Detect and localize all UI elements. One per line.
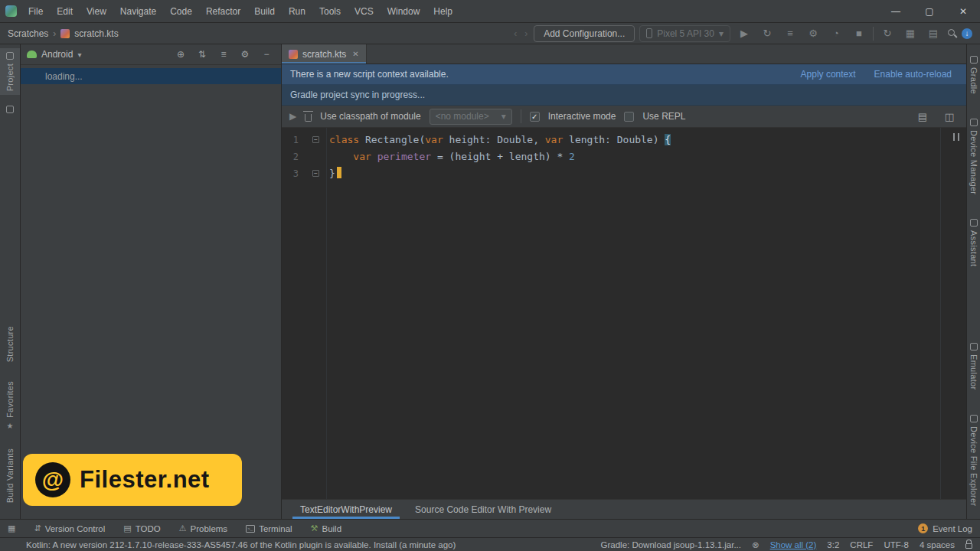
titlebar: File Edit View Navigate Code Refactor Bu… xyxy=(0,0,980,23)
fold-marker-icon[interactable]: − xyxy=(312,170,319,177)
code-line[interactable]: 3−} xyxy=(282,165,966,182)
menu-navigate[interactable]: Navigate xyxy=(113,0,163,23)
bottom-tool-bar: ▦ ⇵ Version Control ▤ TODO ⚠ Problems >_… xyxy=(0,519,980,537)
breadcrumb-scratches[interactable]: Scratches xyxy=(8,28,48,39)
run-icon[interactable]: ▶ xyxy=(735,28,753,39)
read-only-lock-icon[interactable] xyxy=(965,543,972,549)
clear-scratch-icon[interactable] xyxy=(305,114,312,122)
forward-icon[interactable]: › xyxy=(523,28,529,39)
inspections-widget-icon[interactable] xyxy=(953,133,959,141)
navigation-bar: Scratches › scratch.kts ‹ › Add Configur… xyxy=(0,23,980,44)
device-manager-icon[interactable]: ▦ xyxy=(901,28,920,39)
caret-position[interactable]: 3:2 xyxy=(827,540,839,549)
tool-button-terminal[interactable]: >_ Terminal xyxy=(246,524,292,533)
menu-refactor[interactable]: Refactor xyxy=(199,0,247,23)
tool-button-device-manager[interactable]: Device Manager xyxy=(967,115,980,198)
editor-tab-scratch-kts[interactable]: scratch.kts ✕ xyxy=(282,44,367,64)
emulator-icon xyxy=(970,343,978,350)
tool-button-favorites[interactable]: Favorites ★ xyxy=(0,377,20,434)
menu-file[interactable]: File xyxy=(21,0,50,23)
editor-layout-icon[interactable]: ▤ xyxy=(913,111,932,122)
hide-panel-icon[interactable]: − xyxy=(258,49,275,60)
tool-button-device-file-explorer[interactable]: Device File Explorer xyxy=(967,411,980,510)
enable-auto-reload-link[interactable]: Enable auto-reload xyxy=(874,69,952,80)
kotlin-plugin-message[interactable]: Kotlin: A new version 212-1.7.10-release… xyxy=(26,540,456,549)
menu-vcs[interactable]: VCS xyxy=(348,0,381,23)
tool-button-project[interactable]: Project xyxy=(0,48,20,95)
tab-source-code-editor-with-preview[interactable]: Source Code Editor With Preview xyxy=(407,500,559,519)
tab-close-icon[interactable]: ✕ xyxy=(352,50,358,58)
code-line[interactable]: 1−class Rectangle(var height: Double, va… xyxy=(282,132,966,148)
run-scratch-icon[interactable]: ▶ xyxy=(289,111,296,122)
encoding-indicator[interactable]: UTF-8 xyxy=(884,540,909,549)
sync-project-icon[interactable]: ↻ xyxy=(878,28,897,39)
menu-run[interactable]: Run xyxy=(282,0,312,23)
device-manager-stripe-icon xyxy=(970,119,978,126)
favorites-star-icon: ★ xyxy=(7,422,14,430)
menu-code[interactable]: Code xyxy=(163,0,199,23)
project-view-selector[interactable]: Android xyxy=(41,49,73,60)
menu-edit[interactable]: Edit xyxy=(50,0,80,23)
attach-debugger-icon[interactable]: ⚙ xyxy=(804,28,822,39)
interactive-mode-checkbox[interactable]: ✓ xyxy=(530,112,540,122)
minimize-button[interactable]: — xyxy=(879,0,913,23)
tool-button-gradle[interactable]: Gradle xyxy=(967,52,980,98)
back-icon[interactable]: ‹ xyxy=(512,28,518,39)
breadcrumb-scratch-kts[interactable]: scratch.kts xyxy=(74,28,118,39)
use-repl-checkbox[interactable] xyxy=(624,112,634,122)
build-label: Build xyxy=(322,524,341,533)
show-all-link[interactable]: Show all (2) xyxy=(770,540,817,549)
tool-button-emulator[interactable]: Emulator xyxy=(967,339,980,393)
menu-build[interactable]: Build xyxy=(247,0,282,23)
tool-button-version-control[interactable]: ⇵ Version Control xyxy=(34,523,105,533)
tool-button-assistant[interactable]: Assistant xyxy=(967,215,980,270)
module-combo[interactable]: <no module> ▾ xyxy=(430,109,512,125)
android-icon xyxy=(27,51,37,58)
tool-button-build-variants[interactable]: Build Variants xyxy=(0,445,20,507)
indent-indicator[interactable]: 4 spaces xyxy=(920,540,955,549)
event-log-label: Event Log xyxy=(933,524,972,533)
android-studio-logo-icon xyxy=(5,5,17,17)
stop-icon[interactable]: ■ xyxy=(850,28,868,39)
expand-collapse-icon[interactable]: ⇅ xyxy=(194,49,211,60)
line-separator-indicator[interactable]: CRLF xyxy=(850,540,873,549)
tool-button-event-log[interactable]: 1 Event Log xyxy=(918,523,972,533)
apply-changes-icon[interactable]: ↻ xyxy=(758,28,776,39)
locate-file-icon[interactable]: ⊕ xyxy=(172,49,189,60)
menu-window[interactable]: Window xyxy=(381,0,427,23)
dismiss-progress-icon[interactable]: ⊗ xyxy=(752,540,760,550)
settings-gear-icon[interactable]: ⚙ xyxy=(237,49,253,60)
menu-view[interactable]: View xyxy=(80,0,113,23)
line-number: 1 xyxy=(282,132,299,148)
ide-update-icon[interactable]: ↓ xyxy=(962,28,972,39)
tool-button-device-manager-label: Device Manager xyxy=(969,130,978,194)
code-text[interactable]: } xyxy=(325,165,341,182)
apply-context-link[interactable]: Apply context xyxy=(801,69,856,80)
tool-window-switcher-icon[interactable]: ▦ xyxy=(8,523,15,533)
tool-button-todo[interactable]: ▤ TODO xyxy=(123,523,160,533)
gutter-fold-area: − xyxy=(299,165,325,182)
tool-button-problems[interactable]: ⚠ Problems xyxy=(179,523,227,533)
tool-button-build[interactable]: ⚒ Build xyxy=(311,523,341,533)
code-line[interactable]: 2 var perimeter = (height + length) * 2 xyxy=(282,148,966,165)
close-button[interactable]: ✕ xyxy=(946,0,980,23)
add-configuration-button[interactable]: Add Configuration... xyxy=(534,25,635,42)
run-configurations-icon[interactable]: ≡ xyxy=(781,28,799,39)
menu-tools[interactable]: Tools xyxy=(312,0,348,23)
tree-row-loading[interactable]: loading... xyxy=(21,68,281,84)
menu-help[interactable]: Help xyxy=(426,0,459,23)
code-text[interactable]: var perimeter = (height + length) * 2 xyxy=(325,148,575,165)
tool-button-structure[interactable]: Structure xyxy=(0,322,20,366)
split-preview-icon[interactable]: ◫ xyxy=(940,111,959,122)
tab-text-editor-with-preview[interactable]: TextEditorWithPreview xyxy=(292,500,400,519)
device-selector[interactable]: Pixel 5 API 30 ▾ xyxy=(639,25,730,42)
search-everywhere-icon[interactable] xyxy=(947,28,957,38)
code-editor[interactable]: 1−class Rectangle(var height: Double, va… xyxy=(282,128,966,499)
maximize-button[interactable]: ▢ xyxy=(913,0,946,23)
resource-manager-icon[interactable] xyxy=(6,106,14,113)
code-text[interactable]: class Rectangle(var height: Double, var … xyxy=(325,132,671,148)
profiler-icon[interactable]: ◔ xyxy=(827,28,845,39)
layout-inspector-icon[interactable]: ▤ xyxy=(924,28,942,39)
fold-marker-icon[interactable]: − xyxy=(312,136,319,143)
view-options-icon[interactable]: ≡ xyxy=(215,49,232,60)
